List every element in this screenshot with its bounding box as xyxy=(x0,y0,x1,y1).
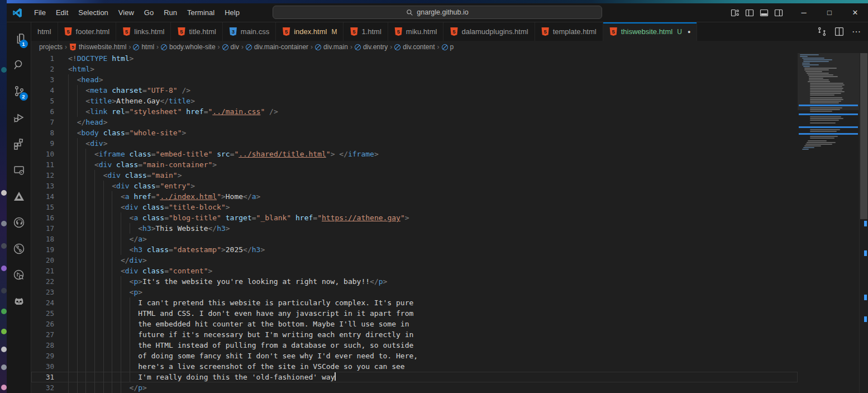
indent-guide xyxy=(77,266,78,276)
breadcrumb-item-projects[interactable]: projects xyxy=(39,43,63,51)
code-line-24[interactable]: 24 I can't pretend this website is parti… xyxy=(31,297,798,308)
tab-template.html[interactable]: 5template.html xyxy=(535,22,603,41)
code-line-17[interactable]: 17 <h3>This Website</h3> xyxy=(31,223,798,234)
breadcrumb-item-div[interactable]: div xyxy=(222,43,239,51)
desktop-taskbar-strip xyxy=(0,0,7,393)
indent-guide xyxy=(94,382,95,393)
code-line-22[interactable]: 22 <p>It's the website you're looking at… xyxy=(31,276,798,287)
code-line-25[interactable]: 25 HTML and CSS. I don't even have any j… xyxy=(31,308,798,319)
code-line-21[interactable]: 21 <div class="content"> xyxy=(31,266,798,276)
code-line-14[interactable]: 14 <a href="../index.html">Home</a> xyxy=(31,191,798,202)
menu-view[interactable]: View xyxy=(113,6,139,20)
code-line-4[interactable]: 4 <meta charset="UTF-8" /> xyxy=(31,85,798,96)
menu-terminal[interactable]: Terminal xyxy=(182,6,220,20)
close-button[interactable]: ✕ xyxy=(842,3,868,22)
activity-item-github[interactable] xyxy=(7,209,31,235)
code-line-16[interactable]: 16 <a class="blog-title" target="_blank"… xyxy=(31,212,798,223)
breadcrumb-item-thiswebsite.html[interactable]: 5thiswebsite.html xyxy=(69,43,126,51)
activity-item-gitlens-inspect[interactable] xyxy=(7,262,31,288)
command-center[interactable]: gnargle.github.io xyxy=(273,6,602,19)
tab-thiswebsite.html[interactable]: 5thiswebsite.htmlU● xyxy=(603,22,698,41)
breadcrumb-item-p[interactable]: p xyxy=(442,43,454,51)
code-line-13[interactable]: 13 <div class="entry"> xyxy=(31,181,798,191)
code-line-27[interactable]: 27 future if it's necessary but I'm writ… xyxy=(31,329,798,340)
activity-item-godot-tools[interactable] xyxy=(7,288,31,314)
code-line-5[interactable]: 5 <title>Athene.Gay</title> xyxy=(31,96,798,106)
more-actions-button[interactable]: ⋯ xyxy=(852,26,861,37)
code-line-20[interactable]: 20 </div> xyxy=(31,255,798,266)
toggle-sidebar-icon[interactable] xyxy=(745,8,754,17)
tab-index.html[interactable]: 5index.htmlM xyxy=(276,22,344,41)
activity-item-search[interactable] xyxy=(7,51,31,78)
maximize-button[interactable]: □ xyxy=(817,3,842,22)
menu-edit[interactable]: Edit xyxy=(51,6,73,20)
scrollbar-slider[interactable] xyxy=(860,53,867,219)
tab-dalamudplugins.html[interactable]: 5dalamudplugins.html xyxy=(443,22,535,41)
unsaved-dot[interactable]: ● xyxy=(688,29,690,35)
indent-guide xyxy=(94,276,95,287)
code-editor[interactable]: 1<!DOCTYPE html>2<html>3 <head>4 <meta c… xyxy=(31,53,868,393)
activity-item-git-graph[interactable] xyxy=(7,235,31,262)
breadcrumb-item-div.main-container[interactable]: div.main-container xyxy=(246,43,308,51)
tab-title.html[interactable]: 5title.html xyxy=(171,22,222,41)
activity-item-extension-a-triangle[interactable] xyxy=(7,183,31,209)
code-line-11[interactable]: 11 <div class="main-container"> xyxy=(31,159,798,170)
indent-guide xyxy=(112,308,112,319)
code-line-1[interactable]: 1<!DOCTYPE html> xyxy=(31,53,798,64)
code-line-3[interactable]: 3 <head> xyxy=(31,74,798,85)
symbol-icon xyxy=(246,44,252,50)
breadcrumb-item-div.main[interactable]: div.main xyxy=(315,43,348,51)
breadcrumb-item-body.whole-site[interactable]: body.whole-site xyxy=(161,43,216,51)
activity-item-source-control[interactable]: 2 xyxy=(7,78,31,104)
tab-main.css[interactable]: 3main.css xyxy=(223,22,276,41)
code-line-26[interactable]: 26 the embedded hit counter at the botto… xyxy=(31,319,798,329)
activity-item-extensions[interactable] xyxy=(7,130,31,157)
code-line-31[interactable]: 31 I'm really doing this the 'old-fashio… xyxy=(31,372,798,382)
code-line-18[interactable]: 18 </a> xyxy=(31,234,798,244)
activity-item-explorer[interactable]: 1 xyxy=(7,25,31,51)
code-line-9[interactable]: 9 <div> xyxy=(31,138,798,149)
tab-links.html[interactable]: 5links.html xyxy=(116,22,171,41)
menu-go[interactable]: Go xyxy=(139,6,159,20)
code-line-28[interactable]: 28 the HTML instead of pulling from a da… xyxy=(31,340,798,351)
tab-footer.html[interactable]: 5footer.html xyxy=(58,22,117,41)
code-area[interactable]: 1<!DOCTYPE html>2<html>3 <head>4 <meta c… xyxy=(31,53,798,393)
tab-1.html[interactable]: 51.html xyxy=(344,22,388,41)
code-line-6[interactable]: 6 <link rel="stylesheet" href="../main.c… xyxy=(31,106,798,117)
menu-file[interactable]: File xyxy=(29,6,51,20)
toggle-secondary-sidebar-icon[interactable] xyxy=(774,8,783,17)
code-line-15[interactable]: 15 <div class="title-block"> xyxy=(31,202,798,212)
activity-item-remote-explorer[interactable] xyxy=(7,157,31,183)
code-line-12[interactable]: 12 <div class="main"> xyxy=(31,170,798,181)
scrollbar[interactable] xyxy=(859,53,868,393)
menu-run[interactable]: Run xyxy=(159,6,182,20)
indent-guide xyxy=(112,329,112,340)
menu-selection[interactable]: Selection xyxy=(73,6,113,20)
breadcrumb-item-html[interactable]: html xyxy=(133,43,154,51)
minimize-button[interactable]: ─ xyxy=(791,3,817,22)
code-line-2[interactable]: 2<html> xyxy=(31,64,798,74)
code-line-29[interactable]: 29 of doing some fancy shit I don't see … xyxy=(31,351,798,361)
toggle-panel-icon[interactable] xyxy=(760,8,769,17)
code-line-32[interactable]: 32 </p> xyxy=(31,382,798,393)
line-number: 11 xyxy=(31,159,54,170)
breadcrumb-item-div.content[interactable]: div.content xyxy=(394,43,435,51)
menu-help[interactable]: Help xyxy=(220,6,245,20)
line-number: 26 xyxy=(31,319,54,329)
activity-item-run-and-debug[interactable] xyxy=(7,104,31,130)
code-line-7[interactable]: 7 </head> xyxy=(31,117,798,127)
code-line-19[interactable]: 19 <h3 class="datestamp">2025</h3> xyxy=(31,244,798,255)
code-line-23[interactable]: 23 <p> xyxy=(31,287,798,297)
overview-ruler-mark xyxy=(864,295,867,300)
breadcrumb-item-div.entry[interactable]: div.entry xyxy=(355,43,388,51)
code-line-30[interactable]: 30 here's a live screenshot of the site … xyxy=(31,361,798,372)
tab-html[interactable]: html xyxy=(31,22,58,41)
code-line-8[interactable]: 8 <body class="whole-site"> xyxy=(31,127,798,138)
line-number: 10 xyxy=(31,149,54,159)
split-editor-icon[interactable] xyxy=(834,27,844,36)
tab-miku.html[interactable]: 5miku.html xyxy=(388,22,444,41)
code-line-10[interactable]: 10 <iframe class="embed-title" src="../s… xyxy=(31,149,798,159)
customize-layout-icon[interactable] xyxy=(731,8,740,17)
minimap[interactable] xyxy=(798,53,859,393)
open-changes-icon[interactable] xyxy=(817,27,827,36)
